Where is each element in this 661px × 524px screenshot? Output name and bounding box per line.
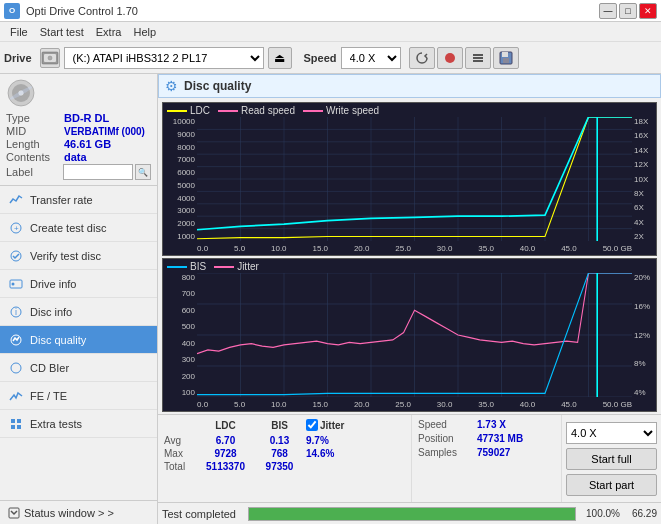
max-label: Max — [164, 448, 194, 459]
svg-point-2 — [48, 56, 52, 60]
speed-select-bottom[interactable]: 4.0 X — [566, 422, 657, 444]
drive-dropdown[interactable]: (K:) ATAPI iHBS312 2 PL17 — [64, 47, 264, 69]
samples-value: 759027 — [477, 447, 510, 458]
svg-rect-25 — [11, 425, 15, 429]
chart2-legend: BIS Jitter — [167, 261, 259, 272]
drive-bar: Drive (K:) ATAPI iHBS312 2 PL17 ⏏ Speed … — [0, 42, 661, 74]
svg-text:i: i — [15, 307, 17, 317]
samples-label: Samples — [418, 447, 473, 458]
svg-point-3 — [445, 53, 455, 63]
save-button[interactable] — [493, 47, 519, 69]
speed-dropdown[interactable]: 4.0 X — [341, 47, 401, 69]
menu-help[interactable]: Help — [127, 24, 162, 40]
svg-text:+: + — [14, 224, 19, 233]
svg-point-22 — [11, 363, 21, 373]
sidebar-item-verify-test-disc[interactable]: Verify test disc — [0, 242, 157, 270]
panel-icon: ⚙ — [165, 78, 178, 94]
jitter-checkbox[interactable] — [306, 419, 318, 431]
disc-label-icon-button[interactable]: 🔍 — [135, 164, 151, 180]
start-full-button[interactable]: Start full — [566, 448, 657, 470]
svg-rect-4 — [473, 54, 483, 56]
svg-rect-23 — [11, 419, 15, 423]
nav-label-cd-bier: CD BIer — [30, 362, 69, 374]
avg-label: Avg — [164, 435, 194, 446]
record-button[interactable] — [437, 47, 463, 69]
sidebar-item-extra-tests[interactable]: Extra tests — [0, 410, 157, 438]
fe-te-icon — [8, 388, 24, 404]
total-label: Total — [164, 461, 194, 472]
sidebar-item-create-test-disc[interactable]: + Create test disc — [0, 214, 157, 242]
mid-label: MID — [6, 125, 64, 137]
transfer-rate-icon — [8, 192, 24, 208]
close-button[interactable]: ✕ — [639, 3, 657, 19]
cd-bier-icon — [8, 360, 24, 376]
menu-file[interactable]: File — [4, 24, 34, 40]
speed-info-value: 1.73 X — [477, 419, 506, 430]
svg-rect-6 — [473, 60, 483, 62]
nav-label-fe-te: FE / TE — [30, 390, 67, 402]
sidebar-item-fe-te[interactable]: FE / TE — [0, 382, 157, 410]
drive-info-icon — [8, 276, 24, 292]
length-label: Length — [6, 138, 64, 150]
bis-chart-svg — [197, 273, 632, 397]
nav-label-verify-test-disc: Verify test disc — [30, 250, 101, 262]
maximize-button[interactable]: □ — [619, 3, 637, 19]
nav-label-disc-info: Disc info — [30, 306, 72, 318]
menu-extra[interactable]: Extra — [90, 24, 128, 40]
total-ldc: 5113370 — [198, 461, 253, 472]
sidebar: Type BD-R DL MID VERBATIMf (000) Length … — [0, 74, 158, 524]
nav-items: Transfer rate + Create test disc Verify … — [0, 186, 157, 500]
create-test-disc-icon: + — [8, 220, 24, 236]
panel-header: ⚙ Disc quality — [158, 74, 661, 98]
speed-label: Speed — [304, 52, 337, 64]
right-value: 66.29 — [632, 508, 657, 519]
extra-tests-icon — [8, 416, 24, 432]
sidebar-item-drive-info[interactable]: Drive info — [0, 270, 157, 298]
sidebar-item-transfer-rate[interactable]: Transfer rate — [0, 186, 157, 214]
panel-title: Disc quality — [184, 79, 251, 93]
max-bis: 768 — [257, 448, 302, 459]
sidebar-item-disc-info[interactable]: i Disc info — [0, 298, 157, 326]
sidebar-item-cd-bier[interactable]: CD BIer — [0, 354, 157, 382]
ldc-header: LDC — [198, 420, 253, 431]
svg-rect-24 — [17, 419, 21, 423]
stats-area: LDC BIS Jitter Avg 6.70 0.13 9.7% Max — [158, 414, 661, 502]
main-area: Type BD-R DL MID VERBATIMf (000) Length … — [0, 74, 661, 524]
max-ldc: 9728 — [198, 448, 253, 459]
max-jitter: 14.6% — [306, 448, 334, 459]
settings-button[interactable] — [465, 47, 491, 69]
ldc-chart-svg — [197, 117, 632, 241]
avg-ldc: 6.70 — [198, 435, 253, 446]
minimize-button[interactable]: — — [599, 3, 617, 19]
svg-rect-5 — [473, 57, 483, 59]
disc-image-icon — [6, 78, 36, 108]
nav-label-create-test-disc: Create test disc — [30, 222, 106, 234]
eject-button[interactable]: ⏏ — [268, 47, 292, 69]
svg-point-18 — [12, 282, 15, 285]
sidebar-item-disc-quality[interactable]: Disc quality — [0, 326, 157, 354]
nav-label-transfer-rate: Transfer rate — [30, 194, 93, 206]
disc-label-input[interactable] — [63, 164, 133, 180]
svg-rect-26 — [17, 425, 21, 429]
disc-info-icon: i — [8, 304, 24, 320]
svg-rect-9 — [503, 58, 509, 63]
refresh-button[interactable] — [409, 47, 435, 69]
avg-bis: 0.13 — [257, 435, 302, 446]
type-value: BD-R DL — [64, 112, 109, 124]
chart1-legend: LDC Read speed Write speed — [167, 105, 379, 116]
progress-bar — [248, 507, 576, 521]
title-bar: O Opti Drive Control 1.70 — □ ✕ — [0, 0, 661, 22]
app-icon: O — [4, 3, 20, 19]
status-window-button[interactable]: Status window > > — [0, 500, 157, 524]
status-text: Test completed — [162, 508, 236, 520]
svg-rect-8 — [502, 52, 508, 57]
disc-quality-icon — [8, 332, 24, 348]
drive-icon — [40, 48, 60, 68]
verify-test-disc-icon — [8, 248, 24, 264]
start-part-button[interactable]: Start part — [566, 474, 657, 496]
status-window-label: Status window > > — [24, 507, 114, 519]
menu-start-test[interactable]: Start test — [34, 24, 90, 40]
progress-bar-fill — [249, 508, 575, 520]
content-area: ⚙ Disc quality LDC Read speed — [158, 74, 661, 524]
progress-percent: 100.0% — [580, 508, 620, 519]
